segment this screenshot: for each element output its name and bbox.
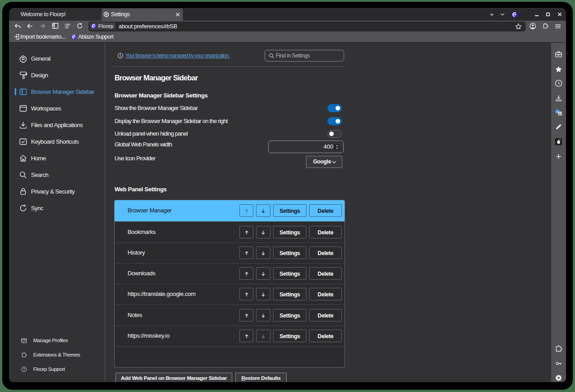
svg-text:あ: あ	[558, 112, 562, 115]
